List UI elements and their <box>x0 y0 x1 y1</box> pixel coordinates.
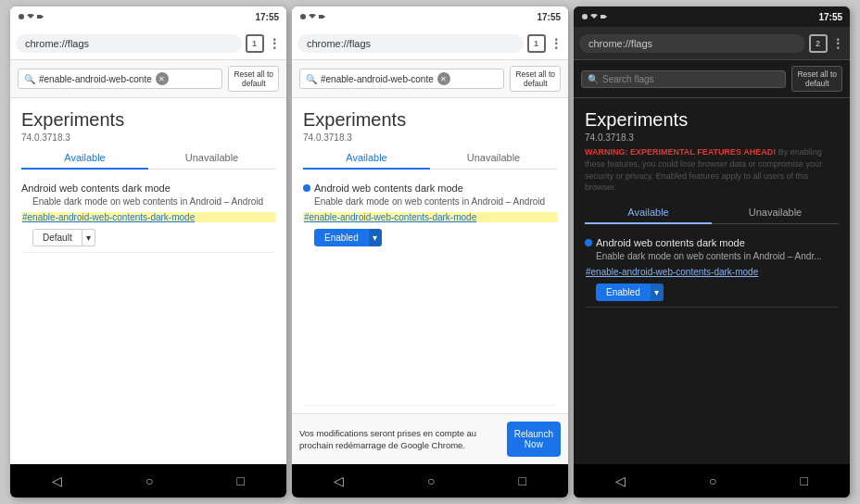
flag-title-row-3: Android web contents dark mode <box>585 237 839 248</box>
flag-item-2: Android web contents dark mode Enable da… <box>303 177 557 406</box>
content-area-3: Experiments 74.0.3718.3 WARNING: EXPERIM… <box>574 98 850 464</box>
svg-rect-8 <box>605 16 607 18</box>
dropdown-value-2[interactable]: Enabled <box>314 229 369 246</box>
tab-available-1[interactable]: Available <box>21 146 148 169</box>
home-icon-3[interactable]: ○ <box>709 473 716 488</box>
svg-point-0 <box>19 14 24 19</box>
back-icon-1[interactable]: ◁ <box>52 473 62 488</box>
wifi-icon-3 <box>590 13 598 20</box>
address-bar-2[interactable]: chrome://flags <box>297 34 524 53</box>
flag-name-3: Android web contents dark mode <box>596 237 745 248</box>
search-box-1[interactable]: 🔍 #enable-android-web-conte ✕ <box>18 69 222 89</box>
recent-icon-1[interactable]: □ <box>237 473 245 488</box>
flag-link-3[interactable]: #enable-android-web-contents-dark-mode <box>585 267 839 277</box>
chrome-toolbar-3: chrome://flags 2 ⋮ <box>574 27 850 60</box>
tab-available-2[interactable]: Available <box>303 146 430 169</box>
flag-link-2[interactable]: #enable-android-web-contents-dark-mode <box>303 212 557 222</box>
url-text-3: chrome://flags <box>588 38 652 49</box>
flag-name-2: Android web contents dark mode <box>314 183 463 194</box>
version-2: 74.0.3718.3 <box>303 132 557 143</box>
tabs-2: Available Unavailable <box>303 146 557 170</box>
wifi-icon-2 <box>309 13 316 20</box>
battery-icon <box>36 13 44 20</box>
tab-count-3[interactable]: 2 <box>809 34 828 53</box>
tab-unavailable-3[interactable]: Unavailable <box>712 201 839 223</box>
recent-icon-2[interactable]: □ <box>519 473 526 488</box>
phone-2: 17:55 chrome://flags 1 ⋮ 🔍 #enable-andro… <box>292 6 568 498</box>
experiments-title-2: Experiments <box>303 109 557 131</box>
dropdown-arrow-3[interactable]: ▾ <box>651 284 664 301</box>
phone-3: 17:55 chrome://flags 2 ⋮ 🔍 Search flags … <box>574 6 850 498</box>
nav-bar-1: ◁ ○ □ <box>10 464 286 498</box>
search-text-2: #enable-android-web-conte <box>321 74 434 84</box>
chrome-toolbar-1: chrome://flags 1 ⋮ <box>10 27 286 60</box>
address-bar-3[interactable]: chrome://flags <box>579 34 805 53</box>
status-icons-left-2 <box>299 13 325 20</box>
dropdown-arrow-1[interactable]: ▾ <box>82 229 95 246</box>
svg-point-6 <box>582 14 588 19</box>
search-text-3: Search flags <box>602 74 654 84</box>
battery-icon-3 <box>600 13 607 20</box>
reset-btn-2[interactable]: Reset all todefault <box>510 66 561 92</box>
tab-unavailable-1[interactable]: Unavailable <box>148 146 275 169</box>
dropdown-value-1[interactable]: Default <box>32 229 82 246</box>
clear-search-btn-1[interactable]: ✕ <box>156 72 169 85</box>
status-bar-2: 17:55 <box>292 6 568 27</box>
status-bar-3: 17:55 <box>574 6 850 27</box>
back-icon-3[interactable]: ◁ <box>615 473 626 488</box>
menu-dots-2[interactable]: ⋮ <box>550 36 563 51</box>
status-time-1: 17:55 <box>255 12 279 22</box>
chrome-toolbar-2: chrome://flags 1 ⋮ <box>292 27 568 60</box>
nav-bar-2: ◁ ○ □ <box>292 464 568 498</box>
search-box-3[interactable]: 🔍 Search flags <box>581 70 786 88</box>
version-3: 74.0.3718.3 <box>585 132 839 143</box>
flag-item-3: Android web contents dark mode Enable da… <box>585 232 839 308</box>
svg-rect-1 <box>37 15 42 19</box>
relaunch-banner: Vos modifications seront prises en compt… <box>292 413 568 464</box>
signal-icon-2 <box>299 13 307 20</box>
menu-dots-3[interactable]: ⋮ <box>831 36 845 51</box>
status-time-2: 17:55 <box>537 12 561 22</box>
relaunch-btn[interactable]: RelaunchNow <box>507 422 561 457</box>
address-bar-1[interactable]: chrome://flags <box>16 34 242 53</box>
reset-btn-3[interactable]: Reset all todefault <box>791 66 842 92</box>
tab-available-3[interactable]: Available <box>585 201 712 223</box>
flag-item-1: Android web contents dark mode Enable da… <box>21 177 275 253</box>
clear-search-btn-2[interactable]: ✕ <box>437 72 450 85</box>
status-icons-left <box>18 13 44 20</box>
menu-dots-1[interactable]: ⋮ <box>268 36 282 51</box>
tab-count-2[interactable]: 1 <box>527 34 546 53</box>
battery-icon-2 <box>318 13 325 20</box>
reset-btn-1[interactable]: Reset all todefault <box>228 66 279 92</box>
home-icon-1[interactable]: ○ <box>145 473 153 488</box>
flag-link-1[interactable]: #enable-android-web-contents-dark-mode <box>21 212 275 222</box>
search-area-1: 🔍 #enable-android-web-conte ✕ Reset all … <box>10 60 286 98</box>
back-icon-2[interactable]: ◁ <box>334 473 344 488</box>
content-area-2: Experiments 74.0.3718.3 Available Unavai… <box>292 98 568 413</box>
search-icon-1: 🔍 <box>24 74 35 84</box>
svg-rect-5 <box>323 16 325 18</box>
recent-icon-3[interactable]: □ <box>801 473 808 488</box>
tab-unavailable-2[interactable]: Unavailable <box>430 146 557 169</box>
flag-dropdown-3: Enabled ▾ <box>596 284 664 301</box>
search-icon-3: 🔍 <box>588 74 599 84</box>
dropdown-value-3[interactable]: Enabled <box>596 284 651 301</box>
flag-dropdown-1: Default ▾ <box>32 229 95 246</box>
flag-desc-2: Enable dark mode on web contents in Andr… <box>303 195 557 208</box>
search-icon-2: 🔍 <box>306 74 317 84</box>
experiments-title-1: Experiments <box>21 109 275 131</box>
content-area-1: Experiments 74.0.3718.3 Available Unavai… <box>10 98 286 464</box>
tab-count-1[interactable]: 1 <box>246 34 264 53</box>
svg-point-3 <box>300 14 306 19</box>
flag-desc-3: Enable dark mode on web contents in Andr… <box>585 250 839 263</box>
blue-dot-3 <box>585 239 592 246</box>
search-box-2[interactable]: 🔍 #enable-android-web-conte ✕ <box>299 69 504 89</box>
home-icon-2[interactable]: ○ <box>427 473 435 488</box>
search-text-1: #enable-android-web-conte <box>39 74 152 84</box>
experiments-title-3: Experiments <box>585 109 839 131</box>
version-1: 74.0.3718.3 <box>21 132 275 143</box>
tabs-1: Available Unavailable <box>21 146 275 170</box>
nav-bar-3: ◁ ○ □ <box>574 464 850 498</box>
tabs-3: Available Unavailable <box>585 201 839 224</box>
dropdown-arrow-2[interactable]: ▾ <box>369 229 382 246</box>
